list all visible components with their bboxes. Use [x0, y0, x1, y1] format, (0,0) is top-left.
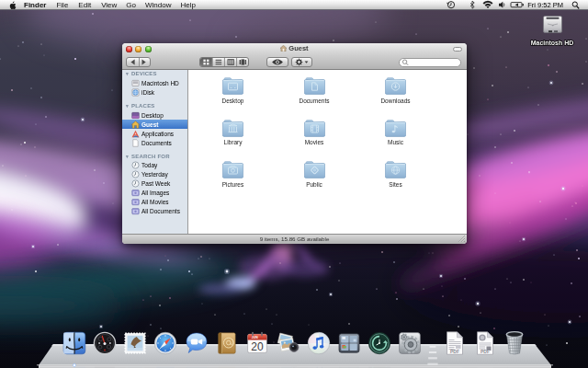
svg-text:Macintosh HD: Macintosh HD: [531, 40, 574, 46]
svg-text:PDF: PDF: [450, 349, 459, 354]
svg-text:PDF: PDF: [481, 349, 490, 354]
svg-text:20: 20: [252, 340, 265, 353]
